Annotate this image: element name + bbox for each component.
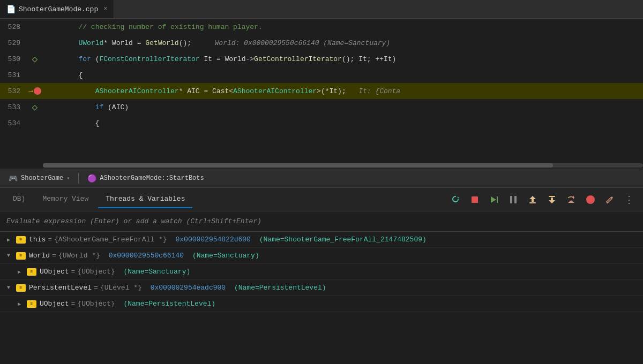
line-content-532: AShooterAIController* AIC = Cast<AShoote… xyxy=(43,87,643,95)
more-icon: ⋮ xyxy=(624,194,634,206)
function-bar: 🎮 ShooterGame ▾ 🟣 AShooterGameMode::Star… xyxy=(0,169,643,188)
code-line-534: 534 { xyxy=(0,115,643,131)
tab-close-button[interactable]: × xyxy=(103,5,107,13)
var-name-world: World xyxy=(29,252,50,260)
pause-button[interactable] xyxy=(505,191,522,208)
expand-this[interactable]: ▶ xyxy=(4,236,13,244)
line-number-531: 531 xyxy=(0,71,27,79)
scrollbar-thumb xyxy=(43,163,553,168)
edit-button[interactable] xyxy=(601,191,618,208)
line-content-534: { xyxy=(43,119,643,127)
var-row-uobject-world[interactable]: ▶ ≡ UObject = {UObject} (Name=Sanctuary) xyxy=(0,264,643,280)
project-label: ShooterGame xyxy=(21,175,63,182)
tab-threads-variables[interactable]: Threads & Variables xyxy=(98,191,192,208)
line-content-533: if (AIC) xyxy=(43,103,643,111)
evaluate-bar[interactable]: Evaluate expression (Enter) or add a wat… xyxy=(0,211,643,232)
file-icon: 📄 xyxy=(6,5,16,14)
svg-rect-8 xyxy=(549,196,555,197)
svg-rect-3 xyxy=(497,196,498,203)
line-number-534: 534 xyxy=(0,119,27,127)
var-row-uobject-persistentlevel[interactable]: ▶ ≡ UObject = {UObject} (Name=Persistent… xyxy=(0,296,643,312)
gutter-532: → xyxy=(27,87,43,95)
var-eq-world: = xyxy=(52,252,56,260)
tab-threads-variables-label: Threads & Variables xyxy=(106,195,185,203)
continue-button[interactable] xyxy=(485,191,503,208)
var-icon-persistentlevel: ≡ xyxy=(16,284,26,292)
tab-bar: 📄 ShooterGameMode.cpp × xyxy=(0,0,643,19)
line-content-529: UWorld* World = GetWorld(); World: 0x000… xyxy=(43,39,643,47)
gutter-533: ◇ xyxy=(27,101,43,113)
stop-button[interactable] xyxy=(466,191,483,208)
function-icon: 🟣 xyxy=(87,174,96,183)
var-nameval-persistentlevel: (Name=PersistentLevel) xyxy=(234,284,326,292)
line-content-528: // checking number of existing human pla… xyxy=(43,23,643,31)
code-line-528: 528 // checking number of existing human… xyxy=(0,19,643,35)
var-eq-uobject-persistentlevel: = xyxy=(71,300,76,308)
line-number-530: 530 xyxy=(0,55,27,63)
svg-marker-6 xyxy=(529,196,536,202)
var-icon-uobject-persistentlevel: ≡ xyxy=(27,300,36,308)
step-out-button[interactable] xyxy=(524,191,541,208)
var-eq-this: = xyxy=(48,236,52,244)
bookmark-icon-533: ◇ xyxy=(32,101,38,113)
restart-button[interactable] xyxy=(447,191,464,208)
function-label: AShooterGameMode::StartBots xyxy=(100,175,204,182)
tab-db[interactable]: DB) xyxy=(5,191,33,208)
svg-marker-11 xyxy=(568,200,574,203)
expand-world[interactable]: ▼ xyxy=(4,252,13,260)
var-row-this[interactable]: ▶ ≡ this = {AShooterGame_FreeForAll *} 0… xyxy=(0,232,643,248)
var-name-persistentlevel: PersistentLevel xyxy=(29,284,92,292)
var-addr-persistentlevel: 0x000002954eadc900 xyxy=(151,284,226,292)
tab-label: ShooterGameMode.cpp xyxy=(19,5,98,13)
line-number-529: 529 xyxy=(0,39,27,47)
var-eq-persistentlevel: = xyxy=(94,284,98,292)
var-nameval-world: (Name=Sanctuary) xyxy=(192,252,259,260)
line-content-530: for (FConstControllerIterator It = World… xyxy=(43,55,643,63)
expand-uobject-persistentlevel[interactable]: ▶ xyxy=(15,300,24,308)
tab-memory-view-label: Memory View xyxy=(42,195,88,203)
var-icon-uobject-world: ≡ xyxy=(27,268,36,276)
breakpoint-icon-532[interactable] xyxy=(34,87,41,95)
expand-persistentlevel[interactable]: ▼ xyxy=(4,284,13,292)
tab-memory-view[interactable]: Memory View xyxy=(35,191,96,208)
var-addr-world: 0x0000029550c66140 xyxy=(109,252,184,260)
svg-rect-4 xyxy=(510,196,512,203)
var-addr-this: 0x000002954822d600 xyxy=(175,236,250,244)
step-over-button[interactable] xyxy=(563,191,580,208)
code-line-529: 529 UWorld* World = GetWorld(); World: 0… xyxy=(0,35,643,51)
project-dropdown-arrow: ▾ xyxy=(66,175,70,181)
breakpoint-toggle-button[interactable] xyxy=(582,191,599,208)
step-into-button[interactable] xyxy=(543,191,560,208)
arrow-icon-532: → xyxy=(28,87,33,95)
var-row-world[interactable]: ▼ ≡ World = {UWorld *} 0x0000029550c6614… xyxy=(0,248,643,264)
var-nameval-uobject-persistentlevel: (Name=PersistentLevel) xyxy=(123,300,215,308)
var-nameval-this: (Name=ShooterGame_FreeForAll_2147482509) xyxy=(259,236,427,244)
evaluate-hint: Evaluate expression (Enter) or add a wat… xyxy=(6,217,261,225)
gutter-530: ◇ xyxy=(27,53,43,65)
line-number-532: 532 xyxy=(0,87,27,95)
breakpoint-icon xyxy=(586,195,595,204)
svg-marker-2 xyxy=(491,196,496,203)
code-line-533: 533 ◇ if (AIC) xyxy=(0,99,643,115)
code-line-532: 532 → AShooterAIController* AIC = Cast<A… xyxy=(0,83,643,99)
code-line-530: 530 ◇ for (FConstControllerIterator It =… xyxy=(0,51,643,67)
var-eq-uobject-world: = xyxy=(71,268,76,276)
code-horizontal-scrollbar[interactable] xyxy=(43,163,643,168)
svg-marker-0 xyxy=(458,196,459,198)
project-selector[interactable]: 🎮 ShooterGame ▾ xyxy=(4,173,74,184)
code-line-531: 531 { xyxy=(0,67,643,83)
more-options-button[interactable]: ⋮ xyxy=(620,191,638,208)
var-type-uobject-persistentlevel: {UObject} xyxy=(77,300,115,308)
var-name-uobject-world: UObject xyxy=(40,268,69,276)
var-icon-this: ≡ xyxy=(16,236,26,244)
expand-uobject-world[interactable]: ▶ xyxy=(15,268,24,276)
file-tab[interactable]: 📄 ShooterGameMode.cpp × xyxy=(0,0,114,18)
code-editor: 528 // checking number of existing human… xyxy=(0,19,643,169)
var-row-persistentlevel[interactable]: ▼ ≡ PersistentLevel = {ULevel *} 0x00000… xyxy=(0,280,643,296)
variables-panel: ▶ ≡ this = {AShooterGame_FreeForAll *} 0… xyxy=(0,232,643,312)
func-separator xyxy=(78,173,79,184)
var-name-this: this xyxy=(29,236,46,244)
var-type-uobject-world: {UObject} xyxy=(77,268,115,276)
function-selector[interactable]: 🟣 AShooterGameMode::StartBots xyxy=(83,173,208,184)
line-number-528: 528 xyxy=(0,23,27,31)
